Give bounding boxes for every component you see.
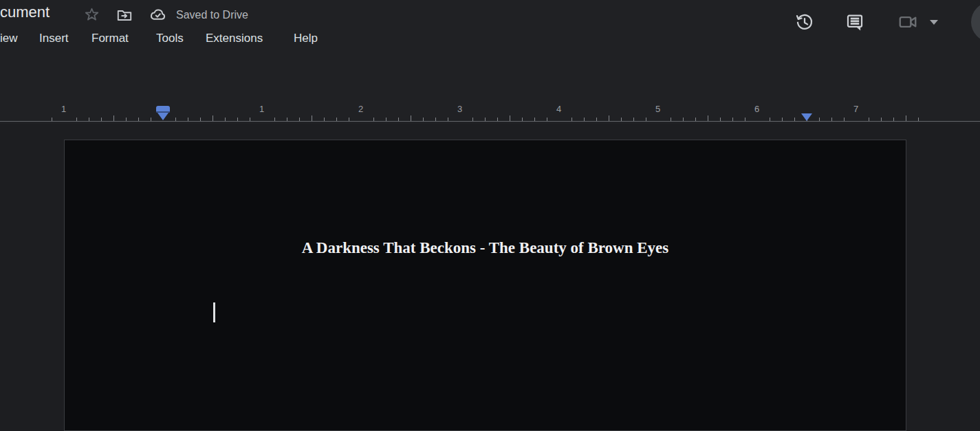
video-call-dropdown-icon[interactable] bbox=[930, 20, 938, 25]
ruler-tick bbox=[794, 118, 795, 121]
ruler-tick bbox=[869, 118, 869, 121]
ruler-tick bbox=[893, 118, 894, 121]
ruler-tick bbox=[274, 118, 275, 121]
top-chrome: cument Saved to Drive bbox=[0, 0, 980, 100]
ruler-tick bbox=[633, 118, 634, 121]
ruler-tick bbox=[435, 118, 436, 121]
menu-bar: iew Insert Format Tools Extensions Help bbox=[0, 27, 980, 49]
ruler-tick bbox=[472, 118, 473, 121]
ruler-number: 1 bbox=[259, 104, 264, 114]
ruler-tick bbox=[113, 115, 114, 121]
ruler-tick bbox=[175, 118, 176, 121]
cloud-saved-icon[interactable] bbox=[149, 5, 167, 24]
first-line-indent-icon[interactable] bbox=[156, 106, 170, 113]
ruler-tick bbox=[720, 118, 721, 121]
menu-view[interactable]: iew bbox=[0, 27, 18, 49]
ruler-number: 1 bbox=[61, 104, 66, 114]
ruler-tick bbox=[497, 118, 498, 121]
ruler-tick bbox=[411, 115, 411, 121]
ruler-tick bbox=[386, 118, 386, 121]
indent-marker-right[interactable] bbox=[801, 113, 812, 121]
left-indent-icon[interactable] bbox=[157, 113, 168, 120]
ruler-tick bbox=[138, 118, 139, 121]
ruler-tick bbox=[510, 115, 510, 121]
ruler-tick bbox=[906, 115, 906, 121]
right-indent-icon[interactable] bbox=[801, 113, 812, 121]
ruler-tick bbox=[571, 118, 572, 121]
ruler-tick bbox=[646, 118, 646, 121]
ruler-tick bbox=[534, 118, 535, 121]
ruler-number: 7 bbox=[853, 104, 858, 114]
move-folder-icon[interactable] bbox=[115, 5, 133, 24]
ruler-tick bbox=[398, 118, 399, 121]
ruler-number: 5 bbox=[655, 104, 660, 114]
ruler-tick bbox=[213, 115, 213, 121]
ruler-tick bbox=[621, 118, 622, 121]
ruler-tick bbox=[89, 118, 89, 121]
ruler-tick bbox=[324, 118, 325, 121]
ruler-tick bbox=[76, 118, 77, 121]
menu-help[interactable]: Help bbox=[294, 27, 318, 49]
ruler-tick bbox=[312, 115, 312, 121]
ruler-tick bbox=[745, 118, 745, 121]
menu-insert[interactable]: Insert bbox=[39, 27, 69, 49]
ruler-baseline bbox=[0, 121, 980, 122]
ruler-tick bbox=[151, 118, 151, 121]
ruler-tick bbox=[101, 118, 102, 121]
ruler-tick bbox=[52, 118, 52, 121]
menu-extensions[interactable]: Extensions bbox=[206, 27, 263, 49]
star-icon[interactable] bbox=[83, 5, 101, 24]
text-cursor bbox=[213, 302, 215, 322]
ruler-number: 2 bbox=[358, 104, 363, 114]
indent-marker-left[interactable] bbox=[156, 106, 170, 120]
ruler-tick bbox=[200, 118, 201, 121]
ruler-tick bbox=[225, 118, 226, 121]
ruler-tick bbox=[349, 118, 349, 121]
ruler-tick bbox=[683, 118, 684, 121]
ruler-number: 6 bbox=[754, 104, 759, 114]
ruler-tick bbox=[299, 118, 300, 121]
ruler-tick bbox=[336, 118, 337, 121]
ruler-tick bbox=[844, 118, 845, 121]
document-heading: A Darkness That Beckons - The Beauty of … bbox=[65, 239, 906, 257]
ruler-number: 4 bbox=[556, 104, 561, 114]
ruler-tick bbox=[819, 118, 820, 121]
editor-canvas: A Darkness That Beckons - The Beauty of … bbox=[0, 124, 980, 431]
ruler-tick bbox=[188, 118, 188, 121]
ruler-tick bbox=[522, 118, 523, 121]
ruler-number: 3 bbox=[457, 104, 462, 114]
ruler-tick bbox=[126, 118, 127, 121]
ruler-tick bbox=[732, 118, 733, 121]
ruler-tick bbox=[287, 118, 287, 121]
ruler-tick bbox=[695, 118, 696, 121]
ruler-tick bbox=[423, 118, 424, 121]
menu-tools[interactable]: Tools bbox=[156, 27, 184, 49]
ruler-tick bbox=[770, 118, 770, 121]
ruler-tick bbox=[708, 115, 708, 121]
ruler-tick bbox=[237, 118, 238, 121]
ruler-tick bbox=[547, 118, 547, 121]
ruler-tick bbox=[485, 118, 486, 121]
ruler-tick bbox=[250, 118, 250, 121]
ruler-tick bbox=[918, 118, 919, 121]
ruler-tick bbox=[448, 118, 448, 121]
ruler-tick bbox=[881, 118, 882, 121]
document-title[interactable]: cument bbox=[0, 3, 50, 21]
toolbar: A 100% Normal text Times ... 12 bbox=[0, 58, 980, 100]
ruler-tick bbox=[831, 118, 832, 121]
ruler-tick bbox=[373, 118, 374, 121]
ruler-tick bbox=[609, 115, 609, 121]
document-page[interactable]: A Darkness That Beckons - The Beauty of … bbox=[64, 140, 906, 431]
ruler-tick bbox=[596, 118, 597, 121]
ruler-tick bbox=[671, 118, 671, 121]
menu-format[interactable]: Format bbox=[91, 27, 129, 49]
saved-status[interactable]: Saved to Drive bbox=[176, 9, 248, 21]
ruler-tick bbox=[782, 118, 783, 121]
ruler-tick bbox=[584, 118, 585, 121]
ruler: 11234567 bbox=[0, 100, 980, 124]
